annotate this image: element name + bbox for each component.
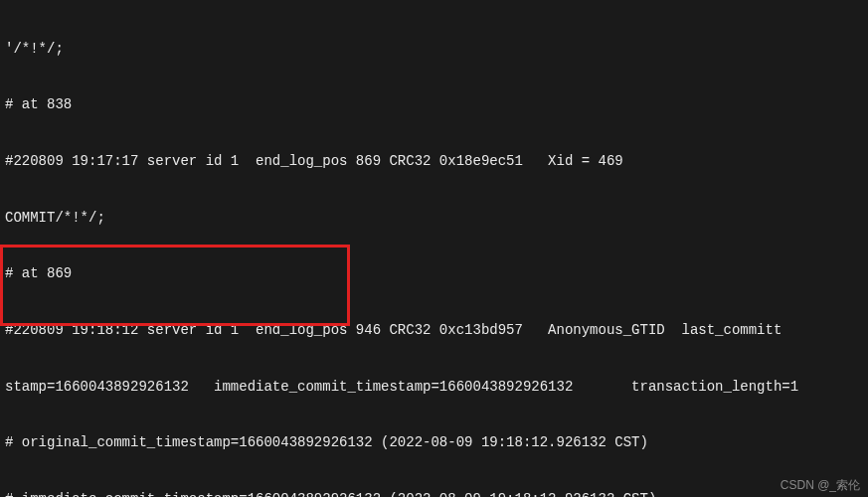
log-line: '/*!*/; [5,40,863,59]
log-line: # immediate_commit_timestamp=16600438929… [5,490,863,497]
log-line: # at 869 [5,264,863,283]
log-line: #220809 19:17:17 server id 1 end_log_pos… [5,152,863,171]
terminal-output: '/*!*/; # at 838 #220809 19:17:17 server… [5,2,863,497]
log-line: stamp=1660043892926132 immediate_commit_… [5,378,863,397]
log-line: COMMIT/*!*/; [5,209,863,228]
watermark-text: CSDN @_索伦 [781,477,860,493]
log-line: #220809 19:18:12 server id 1 end_log_pos… [5,321,863,340]
log-line: # at 838 [5,95,863,114]
log-line: # original_commit_timestamp=166004389292… [5,433,863,452]
